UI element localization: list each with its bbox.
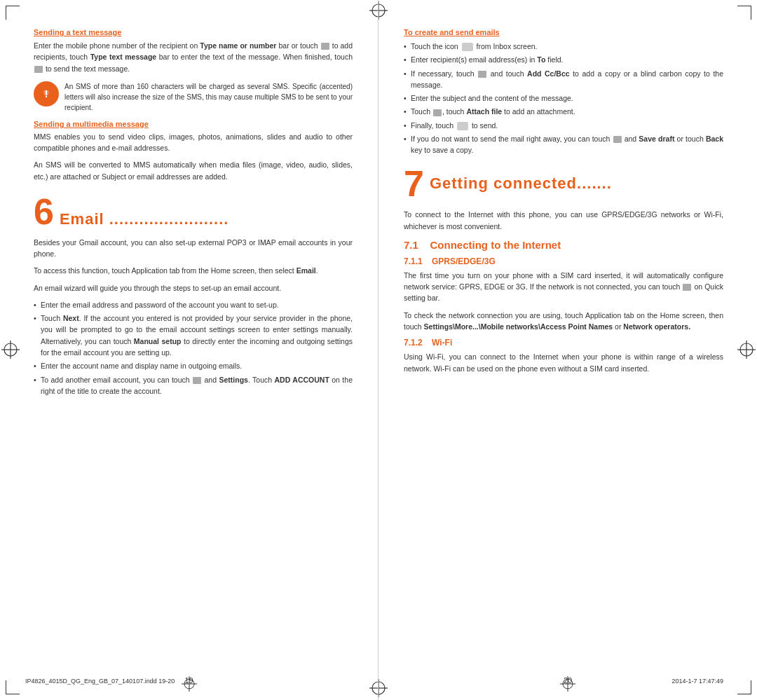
section-title-mms: Sending a multimedia message: [34, 120, 353, 128]
section-multimedia: Sending a multimedia message MMS enables…: [34, 120, 353, 182]
mms-para1: MMS enables you to send video clips, ima…: [34, 131, 353, 154]
section-711: 7.1.1 GPRS/EDGE/3G The first time you tu…: [404, 256, 723, 332]
section-create-email: To create and send emails Touch the icon…: [404, 28, 723, 156]
email-step-7: If you do not want to send the mail righ…: [404, 133, 723, 156]
chapter6-number: 6: [34, 193, 54, 230]
section-sending-text: Sending a text message Enter the mobile …: [34, 28, 353, 113]
section-title-text-message: Sending a text message: [34, 28, 353, 36]
chapter7-number: 7: [404, 165, 424, 202]
chapter7-heading: 7 Getting connected.......: [404, 165, 723, 202]
note-box: ! An SMS of more than 160 characters wil…: [34, 81, 353, 113]
page-spread: Sending a text message Enter the mobile …: [0, 0, 757, 700]
gprs-para1: The first time you turn on your phone wi…: [404, 270, 723, 304]
section-title-create-email: To create and send emails: [404, 28, 723, 36]
chapter7-intro: To connect to the Internet with this pho…: [404, 209, 723, 232]
network-icon: [683, 284, 691, 291]
email-bullet-1: Enter the email address and password of …: [34, 299, 353, 310]
compose-icon: [462, 43, 473, 51]
email-intro1: Besides your Gmail account, you can also…: [34, 237, 353, 260]
email-step-5: Touch , touch Attach file to add an atta…: [404, 106, 723, 117]
note-text-sms: An SMS of more than 160 characters will …: [64, 81, 353, 113]
text-message-para1: Enter the mobile phone number of the rec…: [34, 40, 353, 74]
send-icon: [34, 66, 43, 73]
add-recipient-icon: [321, 43, 329, 50]
section-71-title: 7.1 Connecting to the Internet: [404, 239, 723, 251]
left-footer: IP4826_4015D_QG_Eng_GB_07_140107.indd 19…: [25, 678, 175, 685]
email-intro3: An email wizard will guide you through t…: [34, 282, 353, 294]
wifi-para1: Using Wi-Fi, you can connect to the Inte…: [404, 351, 723, 374]
more-icon: [478, 71, 486, 78]
create-email-list: Touch the icon from Inbox screen. Enter …: [404, 41, 723, 156]
email-intro2: To access this function, touch Applicati…: [34, 265, 353, 276]
section-71: 7.1 Connecting to the Internet 7.1.1 GPR…: [404, 239, 723, 374]
email-bullet-3: Enter the account name and display name …: [34, 360, 353, 371]
crosshair-right-bottom: [560, 676, 575, 693]
right-footer: 2014-1-7 17:47:49: [671, 678, 723, 685]
crosshair-left-bottom: [182, 676, 197, 693]
email-step-4: Enter the subject and the content of the…: [404, 92, 723, 104]
sms-note-icon: !: [34, 81, 59, 107]
section-711-title: 7.1.1 GPRS/EDGE/3G: [404, 256, 723, 266]
draft-icon: [613, 136, 622, 143]
right-page: To create and send emails Touch the icon…: [378, 0, 757, 700]
section-712: 7.1.2 Wi-Fi Using Wi-Fi, you can connect…: [404, 338, 723, 374]
email-step-1: Touch the icon from Inbox screen.: [404, 41, 723, 52]
gprs-para2: To check the network connection you are …: [404, 310, 723, 333]
email-bullet-2: Touch Next. If the account you entered i…: [34, 313, 353, 358]
email-step-3: If necessary, touch and touch Add Cc/Bcc…: [404, 68, 723, 91]
email-bullet-4: To add another email account, you can to…: [34, 374, 353, 397]
section-712-title: 7.1.2 Wi-Fi: [404, 338, 723, 348]
mms-para2: An SMS will be converted to MMS automati…: [34, 159, 353, 182]
attach-icon: [433, 109, 442, 116]
email-step-2: Enter recipient(s) email address(es) in …: [404, 54, 723, 65]
left-page: Sending a text message Enter the mobile …: [0, 0, 378, 700]
email-step-6: Finally, touch to send.: [404, 120, 723, 131]
email-setup-list: Enter the email address and password of …: [34, 299, 353, 397]
send-email-icon: [457, 122, 468, 130]
menu-icon: [193, 377, 201, 384]
chapter7: 7 Getting connected....... To connect to…: [404, 165, 723, 373]
chapter7-title: Getting connected.......: [430, 174, 612, 193]
chapter6: 6 Email ........................ Besides…: [34, 193, 353, 397]
chapter6-heading: 6 Email ........................: [34, 193, 353, 230]
chapter6-title: Email ........................: [60, 210, 229, 228]
